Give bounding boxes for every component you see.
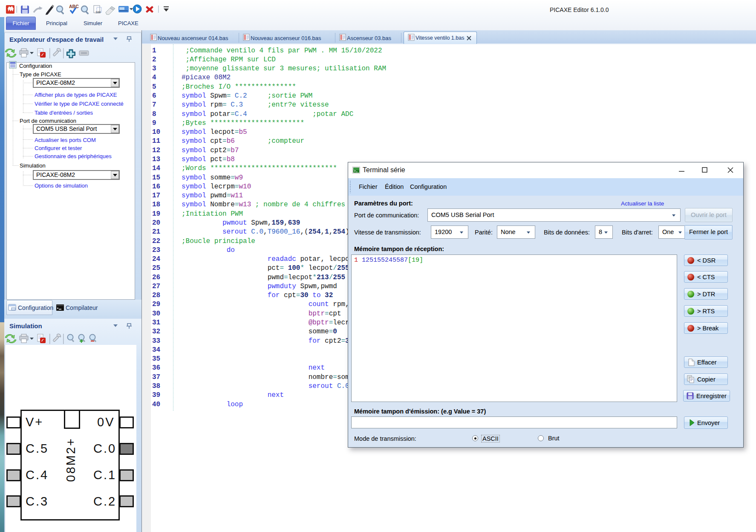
svg-text:ABC: ABC (69, 4, 79, 9)
svg-text:100: 100 (95, 10, 101, 14)
